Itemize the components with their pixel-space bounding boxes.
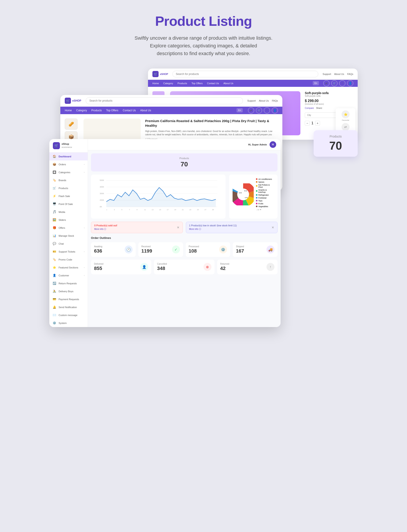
sidebar-item-manage-stock[interactable]: 📊 Manage Stock [49, 232, 88, 240]
svg-text:11: 11 [144, 208, 146, 210]
received-icon: ✓ [172, 246, 180, 254]
categories-arrow: › [84, 171, 85, 174]
favourite-icon: ⭐ [342, 111, 350, 118]
promo-icon: 🏷️ [52, 258, 56, 262]
compare-icon[interactable]: ⇄ [323, 80, 329, 86]
order-processed: Processed 108 ⚙️ [186, 242, 230, 257]
sofa-header: 🛒 eSHOP Support About Us FAQs [148, 69, 358, 80]
hero-section: Product Listing Swiftly uncover a divers… [134, 13, 273, 57]
sidebar-item-dashboard[interactable]: 🏠 Dashboard [49, 152, 88, 160]
sidebar-item-offers[interactable]: 🎁 Offers › [49, 224, 88, 232]
low-stock-more-info[interactable]: More info ⓘ [189, 228, 201, 230]
sofa-qty-plus[interactable]: + [315, 121, 320, 126]
tickets-arrow: › [84, 251, 85, 253]
sidebar-item-point-of-sale[interactable]: 🖥️ Point Of Sale [49, 200, 88, 208]
pistachios-thumb-1[interactable]: 🥜 [65, 119, 78, 130]
cancelled-icon: ⊗ [204, 263, 211, 271]
sofa-compare-btn[interactable]: Compare [305, 107, 314, 109]
svg-text:19: 19 [174, 208, 176, 210]
sidebar-item-delivery-boys[interactable]: 🚴 Delivery Boys [49, 287, 88, 295]
order-returned: Returned 42 ↑ [217, 260, 277, 274]
svg-text:400K: 400K [100, 186, 104, 188]
sofa-qty-value: 1 [311, 121, 313, 125]
svg-text:21: 21 [182, 208, 184, 210]
svg-text:25: 25 [197, 208, 199, 210]
cart-icon[interactable]: 🛒 [331, 80, 337, 86]
svg-text:0K: 0K [100, 205, 102, 208]
line-chart-area: 500K 400K 300K 200K 0K [91, 175, 226, 219]
sidebar-item-send-notification[interactable]: 🔔 Send Notification [49, 303, 88, 311]
sidebar-item-support-tickets[interactable]: 🎫 Support Tickets › [49, 248, 88, 256]
compare-icon-mid[interactable]: ⇄ [248, 107, 254, 113]
svg-text:8.1%: 8.1% [239, 192, 242, 193]
pistachios-header: 🛒 eSHOP Support About Us FAQs [60, 95, 282, 107]
svg-text:17: 17 [167, 208, 168, 210]
sidebar-item-chat[interactable]: 💬 Chat [49, 240, 88, 248]
admin-header: Hi, Super Admin H [88, 139, 281, 150]
wishlist-icon-mid[interactable]: ♡ [264, 107, 270, 113]
customer-arrow: › [84, 274, 85, 277]
sidebar-item-orders[interactable]: 📦 Orders › [49, 160, 88, 168]
page-title: Product Listing [134, 13, 273, 29]
sold-out-close[interactable]: ✕ [177, 226, 180, 229]
sofa-logo: 🛒 eSHOP [152, 71, 168, 77]
sidebar-item-media[interactable]: 🎵 Media [49, 208, 88, 216]
sidebar-item-payment-requests[interactable]: 💳 Payment Requests [49, 295, 88, 303]
sold-out-more-info[interactable]: More info ⓘ [94, 228, 106, 230]
order-awaiting: Awaiting 636 🕐 [91, 242, 136, 257]
categories-icon: 🔲 [52, 170, 56, 174]
featured-icon: ⭐ [52, 266, 56, 270]
order-delivered: Delivered 855 👤 [91, 260, 151, 274]
svg-text:1: 1 [106, 208, 107, 210]
pistachios-search[interactable] [86, 97, 243, 104]
pistachios-logo-icon: 🛒 [65, 98, 71, 104]
order-received: Received 1199 ✓ [138, 242, 183, 257]
processed-icon: ⚙️ [219, 246, 227, 254]
charts-row: 500K 400K 300K 200K 0K [88, 175, 281, 222]
svg-text:23: 23 [189, 208, 191, 210]
wishlist-icon[interactable]: ♡ [339, 80, 345, 86]
user-icon-mid[interactable]: 👤 [272, 107, 278, 113]
sofa-logo-icon: 🛒 [152, 71, 159, 77]
sidebar-item-flash-sale[interactable]: ⚡ Flash Sale [49, 192, 88, 200]
system-icon: ⚙️ [52, 321, 56, 325]
pie-chart-area: 8.1% 8.1% 5.7% Air conditioners Spices D… [229, 175, 277, 219]
featured-arrow: › [84, 266, 85, 269]
svg-text:500K: 500K [100, 179, 104, 181]
sofa-city-input[interactable] [305, 112, 338, 118]
sidebar-item-return-requests[interactable]: ↩️ Return Requests [49, 279, 88, 287]
products-floating-card: Products 70 [314, 130, 358, 157]
order-cancelled: Cancelled 348 ⊗ [154, 260, 214, 274]
sidebar-item-customer[interactable]: 👤 Customer › [49, 271, 88, 279]
hero-subtitle: Swiftly uncover a diverse range of produ… [134, 34, 273, 57]
chat-icon: 💬 [52, 242, 56, 246]
sidebar-item-brands[interactable]: 🏷️ Brands [49, 176, 88, 184]
sidebar-item-promo-code[interactable]: 🏷️ Promo Code [49, 256, 88, 263]
sofa-nav: Home Category Products Top Offers Contac… [148, 80, 358, 87]
tickets-icon: 🎫 [52, 250, 56, 254]
low-stock-close[interactable]: ✕ [272, 226, 274, 229]
returned-icon: ↑ [266, 263, 274, 271]
svg-text:9: 9 [137, 208, 137, 210]
sofa-qty-minus[interactable]: − [305, 121, 310, 126]
admin-avatar: H [270, 141, 276, 148]
sidebar-item-products[interactable]: 🛒 Products [49, 184, 88, 192]
customer-icon: 👤 [52, 273, 56, 278]
user-icon[interactable]: 👤 [347, 80, 353, 86]
sofa-search[interactable] [172, 71, 318, 77]
return-icon: ↩️ [52, 281, 56, 286]
products-icon: 🛒 [52, 186, 56, 190]
favourite-mini[interactable]: ⭐ Favourite [338, 111, 353, 121]
cart-icon-mid[interactable]: 🛒 [256, 107, 262, 113]
svg-text:27: 27 [205, 208, 206, 210]
line-chart-svg: 500K 400K 300K 200K 0K [94, 178, 222, 211]
compare-icon-mini: ⇄ [342, 123, 350, 131]
sidebar-item-system[interactable]: ⚙️ System [49, 319, 88, 327]
sidebar-item-featured-sections[interactable]: ⭐ Featured Sections › [49, 263, 88, 271]
sidebar-item-sliders[interactable]: 🖼️ Sliders [49, 216, 88, 224]
offers-arrow: › [84, 227, 85, 229]
alerts-row: 0 Product(s) sold out! More info ⓘ ✕ 1 P… [88, 222, 281, 236]
svg-text:5: 5 [121, 208, 122, 210]
sidebar-item-custom-message[interactable]: ✉️ Custom message [49, 311, 88, 319]
sidebar-item-categories[interactable]: 🔲 Categories › [49, 168, 88, 176]
